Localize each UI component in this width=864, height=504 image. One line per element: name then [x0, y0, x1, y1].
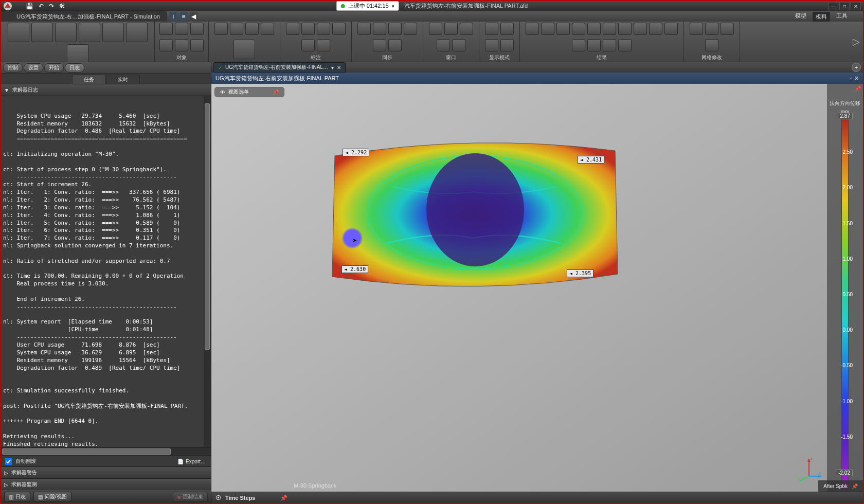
select-tool-3-icon[interactable]	[245, 23, 259, 35]
horizontal-scrollbar[interactable]	[1, 447, 211, 456]
object-tool-3-icon[interactable]	[190, 23, 204, 35]
annot-tool-icon[interactable]	[317, 39, 330, 51]
solver-log-text[interactable]: System CPU usage 29.734 5.460 [sec] Resi…	[1, 96, 211, 447]
tab-log[interactable]: 日志	[65, 63, 84, 73]
shade-wire-icon[interactable]	[485, 39, 498, 51]
mesh-1-icon[interactable]	[690, 23, 703, 35]
undo-icon[interactable]: ↶	[39, 3, 44, 10]
expand-icon[interactable]: ⦿	[215, 495, 221, 501]
window-2-icon[interactable]	[444, 23, 458, 35]
settings-icon[interactable]: 🛠	[59, 3, 65, 10]
result-5-icon[interactable]	[587, 23, 601, 35]
view-menu-button[interactable]: 👁 视图选单 📌	[214, 87, 284, 97]
3d-viewport[interactable]: 👁 视图选单 📌	[211, 84, 863, 492]
collapse-left-icon[interactable]: ◀	[190, 12, 198, 21]
sync-1-icon[interactable]	[357, 23, 371, 35]
tab-start[interactable]: 开始	[44, 63, 64, 73]
accordion-monitor[interactable]: ▷ 求解器监测	[1, 478, 211, 490]
options-icon[interactable]: ≡	[179, 12, 188, 21]
mesh-2-icon[interactable]	[705, 23, 718, 35]
annot-ruler-icon[interactable]	[332, 23, 346, 35]
sync-4-icon[interactable]	[404, 23, 417, 35]
ribbon-open-icon[interactable]	[8, 23, 29, 42]
window-1-icon[interactable]	[429, 23, 442, 35]
annot-pointer-icon[interactable]	[286, 23, 299, 35]
result-6-icon[interactable]	[603, 23, 616, 35]
result-3-icon[interactable]	[556, 23, 570, 35]
sync-5-icon[interactable]	[373, 39, 386, 51]
mesh-3-icon[interactable]	[721, 23, 734, 35]
sync-2-icon[interactable]	[373, 23, 386, 35]
window-5-icon[interactable]	[452, 39, 465, 51]
select-tool-2-icon[interactable]	[230, 23, 243, 35]
subtab-task[interactable]: 任务	[72, 75, 106, 84]
result-1-icon[interactable]	[526, 23, 539, 35]
menu-model[interactable]: 模型	[795, 12, 806, 22]
result-14-icon[interactable]	[618, 39, 632, 51]
object-tool-6-icon[interactable]	[190, 39, 204, 51]
chevron-down-icon[interactable]: ▾	[392, 4, 394, 9]
select-tool-icon[interactable]	[214, 23, 228, 35]
subtab-realtime[interactable]: 实时	[106, 75, 140, 84]
result-11-icon[interactable]	[572, 39, 585, 51]
result-13-icon[interactable]	[603, 39, 616, 51]
legend-pin-icon[interactable]: 📌	[855, 86, 861, 92]
status-issues-button[interactable]: ▤ 问题/视图	[33, 492, 71, 502]
time-steps-bar[interactable]: ⦿ Time Steps 📌	[211, 492, 863, 503]
autoscroll-checkbox[interactable]	[5, 458, 12, 465]
close-button[interactable]: ✕	[851, 2, 861, 10]
mesh-4-icon[interactable]	[705, 39, 718, 51]
sync-6-icon[interactable]	[388, 39, 402, 51]
class-session-badge[interactable]: 上课中 01:42:15 ▾	[336, 1, 399, 11]
sync-3-icon[interactable]	[388, 23, 402, 35]
ribbon-tree-icon[interactable]	[31, 23, 53, 42]
ribbon-play-icon[interactable]: ▷	[853, 36, 860, 47]
ribbon-highlight-icon[interactable]	[67, 44, 88, 64]
tab-control[interactable]: 控制	[3, 63, 23, 73]
status-log-button[interactable]: ▥ 日志	[4, 492, 30, 502]
result-9-icon[interactable]	[649, 23, 662, 35]
menu-tools[interactable]: 工具	[836, 12, 848, 22]
select-tool-4-icon[interactable]	[261, 23, 274, 35]
accordion-warnings[interactable]: ▷ 求解器警告	[1, 466, 211, 478]
annot-label-icon[interactable]	[301, 39, 315, 51]
pin-icon[interactable]: 📌	[852, 483, 858, 489]
viewport-close-icon[interactable]: ✕	[854, 75, 859, 82]
shade-globe-icon[interactable]	[500, 23, 514, 35]
dropdown-icon[interactable]: ▾	[331, 65, 334, 70]
result-12-icon[interactable]	[587, 39, 601, 51]
annot-angle-icon[interactable]	[317, 23, 330, 35]
window-4-icon[interactable]	[437, 39, 450, 51]
ribbon-part-icon[interactable]	[102, 23, 124, 42]
force-stop-button[interactable]: ■ 强制结束	[173, 492, 208, 502]
shade-solid-icon[interactable]	[500, 39, 514, 51]
result-8-icon[interactable]	[634, 23, 647, 35]
result-7-icon[interactable]	[618, 23, 632, 35]
orientation-triad[interactable]: z x y	[796, 456, 822, 481]
menu-sheet[interactable]: 板料	[813, 12, 830, 22]
result-4-icon[interactable]	[572, 23, 585, 35]
pin-icon[interactable]: 📌	[273, 89, 279, 95]
object-tool-5-icon[interactable]	[175, 39, 188, 51]
annot-dim-icon[interactable]	[301, 23, 315, 35]
window-3-icon[interactable]	[460, 23, 473, 35]
active-document-tab[interactable]: UG汽车货箱货钩左-右…加强板-FINAL PART - Simulation	[1, 11, 167, 22]
select-block-icon[interactable]	[233, 40, 255, 59]
object-tool-2-icon[interactable]	[175, 23, 188, 35]
result-2-icon[interactable]	[541, 23, 554, 35]
tab-close-icon[interactable]: ✕	[337, 65, 341, 70]
ribbon-display-obj-icon[interactable]	[126, 23, 148, 42]
solver-log-header[interactable]: ▼ 求解器日志	[1, 84, 211, 96]
object-tool-1-icon[interactable]	[159, 23, 173, 35]
export-button[interactable]: 📄 Export…	[174, 459, 209, 464]
viewport-maximize-icon[interactable]: ▫	[850, 75, 852, 82]
minimize-button[interactable]: —	[828, 2, 838, 10]
redo-icon[interactable]: ↷	[49, 3, 54, 10]
result-10-icon[interactable]	[664, 23, 678, 35]
ribbon-plane-icon[interactable]	[55, 23, 77, 42]
add-tab-button[interactable]: +	[852, 63, 861, 72]
ribbon-layers-icon[interactable]	[79, 23, 100, 42]
pin-icon[interactable]: 📌	[280, 495, 287, 501]
viewport-doc-tab[interactable]: ✓ UG汽车货箱货钩左-右前安装加强板-FINAL… ▾ ✕	[213, 62, 346, 73]
maximize-button[interactable]: □	[839, 2, 850, 10]
